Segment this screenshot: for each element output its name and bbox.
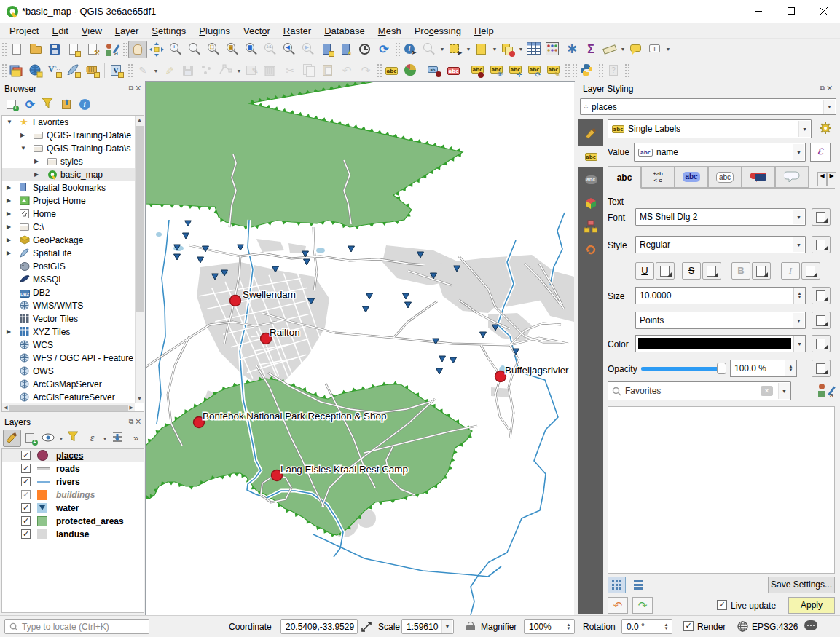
measure-icon[interactable] [600, 41, 619, 58]
layer-checkbox-landuse[interactable]: ✓ [21, 529, 31, 539]
tabs-scroll-right[interactable]: ▶ [827, 172, 836, 186]
refresh-icon[interactable]: ⟳ [374, 41, 393, 58]
live-update-checkbox[interactable]: ✓ [717, 600, 727, 610]
paste-features-icon[interactable] [318, 62, 337, 79]
browser-float-icon[interactable]: ⧉ [129, 84, 136, 92]
opacity-override-button[interactable] [812, 360, 831, 377]
menu-processing[interactable]: Processing [408, 24, 468, 38]
minimize-button[interactable] [742, 0, 774, 23]
manage-visibility-icon[interactable] [39, 430, 58, 447]
browser-item-spatial-bookmarks[interactable]: ▶Spatial Bookmarks [2, 181, 144, 194]
add-virtual-layer-icon[interactable]: V [107, 62, 126, 79]
menu-vector[interactable]: Vector [237, 24, 277, 38]
pan-map-icon[interactable]: ✋ [128, 41, 147, 58]
zoom-to-selection-icon[interactable]: ▣ [223, 41, 242, 58]
zoom-out-icon[interactable]: − [185, 41, 204, 58]
zoom-in-icon[interactable]: + [166, 41, 185, 58]
view-3d-icon[interactable] [578, 192, 603, 214]
zoom-native-icon[interactable]: 1:1 [261, 41, 280, 58]
new-bookmark-icon[interactable] [318, 41, 337, 58]
opacity-input[interactable]: 100.0 %▲▼ [730, 360, 797, 377]
clear-search-icon[interactable]: ✕ [761, 386, 773, 396]
digitize-dots-icon[interactable] [197, 62, 216, 79]
magnifier-input[interactable]: 100%▲▼ [524, 619, 575, 634]
browser-vscrollbar[interactable]: ▲▼ [135, 116, 144, 403]
favorites-search-input[interactable]: Favorites ✕ ▼ [608, 381, 791, 400]
tabs-scroll-left[interactable]: ◀ [817, 172, 827, 186]
style-list-area[interactable] [608, 406, 835, 574]
browser-item-xyz-tiles[interactable]: ▶XYZ Tiles [2, 325, 144, 339]
layer-item-protected_areas[interactable]: ✓protected_areas [2, 515, 144, 528]
maximize-button[interactable] [774, 0, 807, 23]
text-annotation-icon[interactable]: T [645, 41, 664, 58]
underline-override-button[interactable] [656, 262, 675, 280]
layer-checkbox-roads[interactable]: ✓ [21, 464, 31, 473]
remove-layer-icon[interactable]: » [127, 430, 145, 447]
label-tab-callout[interactable] [775, 166, 809, 188]
menu-settings[interactable]: Settings [145, 24, 192, 38]
python-console-icon[interactable] [578, 62, 597, 79]
size-units-select[interactable]: Points▼ [635, 312, 806, 329]
identify-icon[interactable]: i➤ [401, 41, 420, 58]
label-toolbar-icon[interactable] [382, 62, 401, 79]
menu-mesh[interactable]: Mesh [372, 24, 408, 38]
modify-attributes-icon[interactable]: ✎ [243, 62, 262, 79]
menu-plugins[interactable]: Plugins [192, 24, 237, 38]
style-select[interactable]: Regular▼ [635, 236, 806, 253]
menu-database[interactable]: Database [318, 24, 372, 38]
move-label-icon[interactable]: ✛ [506, 62, 525, 79]
history-icon[interactable] [578, 239, 603, 261]
browser-item-postgis[interactable]: PostGIS [2, 260, 144, 273]
font-select[interactable]: MS Shell Dlg 2▼ [635, 208, 806, 226]
filter-legend-icon[interactable] [65, 430, 83, 447]
layer-item-water[interactable]: ✓water [2, 502, 144, 515]
color-override-button[interactable] [812, 335, 831, 352]
map-canvas[interactable]: SwellendamRailtonBontebok National Park … [146, 82, 574, 615]
filter-expression-icon[interactable]: ε [83, 430, 101, 447]
close-button[interactable] [807, 0, 840, 23]
layer-checkbox-places[interactable]: ✓ [21, 451, 31, 460]
add-vector-layer-icon[interactable]: V°∴ [45, 62, 64, 79]
highlight-pinned-icon[interactable] [444, 62, 463, 79]
add-mesh-layer-icon[interactable]: |||| [83, 62, 102, 79]
layers-float-icon[interactable]: ⧉ [129, 418, 136, 425]
map-tips-icon[interactable] [627, 41, 645, 58]
render-checkbox[interactable]: ✓ [683, 621, 694, 631]
masks-icon[interactable]: abc [578, 169, 603, 191]
browser-item-arcgismapserver[interactable]: ArcGisMapServer [2, 378, 144, 391]
zoom-full-icon[interactable]: ⛶ [204, 41, 223, 58]
zoom-to-layer-icon[interactable]: ▦ [242, 41, 261, 58]
browser-item-wms-wmts[interactable]: WMS/WMTS [2, 299, 144, 312]
browser-item-geopackage[interactable]: ▶GeoPackage [2, 234, 144, 247]
browser-item-c-[interactable]: ▶C:\ [2, 221, 144, 234]
list-view-button[interactable] [629, 577, 648, 593]
strikethrough-button[interactable]: S [682, 262, 701, 280]
layer-checkbox-water[interactable]: ✓ [21, 503, 31, 513]
toggle-editing-icon[interactable]: ✎ [160, 62, 178, 79]
undo-style-button[interactable]: ↶ [608, 597, 628, 614]
layer-item-places[interactable]: ✓places [2, 449, 144, 462]
menu-view[interactable]: View [75, 24, 109, 38]
opacity-slider[interactable] [641, 360, 729, 377]
style-manager-icon[interactable]: a [817, 383, 833, 399]
browser-close-icon[interactable]: ✕ [136, 84, 143, 92]
auto-placement-button[interactable] [816, 119, 835, 138]
copy-features-icon[interactable] [299, 62, 318, 79]
redo-icon[interactable]: ↷ [356, 62, 375, 79]
scale-lock-icon[interactable] [466, 622, 475, 630]
font-override-button[interactable] [812, 208, 831, 226]
add-spatialite-layer-icon[interactable] [64, 62, 83, 79]
apply-button[interactable]: Apply [788, 597, 835, 614]
expression-builder-button[interactable]: ε [810, 143, 831, 162]
menu-project[interactable]: Project [3, 24, 45, 38]
label-tab-shadow[interactable] [742, 166, 775, 188]
show-hide-labels-icon[interactable]: 👁 [487, 62, 506, 79]
browser-item-home[interactable]: ▶Home [2, 207, 144, 221]
locator-input[interactable]: Type to locate (Ctrl+K) [4, 619, 149, 634]
style-manager-icon[interactable]: a [102, 41, 121, 58]
layer-item-roads[interactable]: ✓roads [2, 462, 144, 475]
new-print-layout-icon[interactable] [64, 41, 83, 58]
value-select[interactable]: name▼ [634, 143, 806, 162]
zoom-next-icon[interactable]: ▶ [299, 41, 318, 58]
menu-edit[interactable]: Edit [45, 24, 74, 38]
